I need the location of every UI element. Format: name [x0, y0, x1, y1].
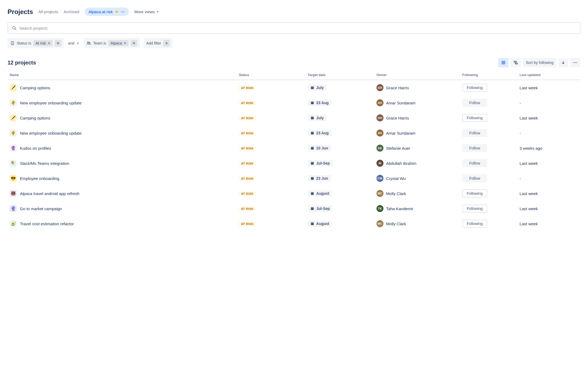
follow-button[interactable]: Follow	[462, 99, 487, 107]
col-target-date[interactable]: Target date	[306, 70, 374, 80]
follow-button[interactable]: Following	[462, 84, 487, 92]
svg-rect-36	[312, 101, 312, 102]
avatar: SA	[376, 145, 383, 152]
toolbar-more-button[interactable]	[570, 58, 580, 67]
project-name: Travel cost estimation refactor	[20, 221, 74, 226]
target-date[interactable]: Jul-Sep	[308, 160, 333, 166]
svg-rect-63	[311, 178, 314, 178]
table-row[interactable]: 🖋️Camping optionsAT RISKJulyGHGrace Harr…	[8, 110, 580, 125]
avatar: MC	[376, 220, 383, 227]
calendar-icon	[310, 192, 314, 195]
svg-rect-62	[313, 177, 313, 178]
follow-button[interactable]: Follow	[462, 159, 487, 167]
filter-team-value-chip[interactable]: Alpaca	[108, 40, 129, 46]
add-team-value-icon[interactable]	[131, 40, 137, 46]
calendar-icon	[310, 131, 314, 135]
avatar: GH	[376, 84, 383, 91]
follow-button[interactable]: Following	[462, 220, 487, 228]
star-icon[interactable]: ★	[115, 9, 119, 14]
filter-team[interactable]: Team is Alpaca	[84, 38, 140, 48]
target-date[interactable]: July	[308, 84, 327, 91]
search-box[interactable]	[8, 22, 580, 34]
svg-rect-23	[514, 61, 517, 62]
target-date[interactable]: 10 Jun	[308, 145, 331, 151]
follow-button[interactable]: Following	[462, 204, 487, 213]
svg-rect-68	[311, 193, 314, 193]
table-row[interactable]: 🪁Slack/Ms Teams integrationAT RISKJul-Se…	[8, 156, 580, 171]
avatar: AS	[376, 129, 383, 137]
remove-team-icon[interactable]	[124, 42, 126, 45]
follow-button[interactable]: Follow	[462, 144, 487, 152]
remove-status-icon[interactable]	[48, 42, 50, 45]
view-list-button[interactable]	[498, 58, 509, 67]
status-badge: AT RISK	[239, 191, 256, 196]
sort-button[interactable]: Sort by following	[523, 58, 556, 67]
follow-button[interactable]: Following	[462, 189, 487, 197]
svg-rect-58	[311, 163, 314, 163]
table-row[interactable]: 🔮Go to market campaignAT RISKJul-SepTKTa…	[8, 201, 580, 216]
project-icon: 🖋️	[10, 84, 17, 91]
follow-button[interactable]: Follow	[462, 129, 487, 137]
nav-more-views[interactable]: More views ▼	[134, 9, 159, 14]
svg-rect-46	[312, 131, 312, 132]
header-nav: Projects All projects Archived Alpaca at…	[8, 8, 580, 16]
nav-archived[interactable]: Archived	[64, 9, 79, 14]
last-updated: -	[520, 101, 521, 105]
col-owner[interactable]: Owner	[374, 70, 460, 80]
table-row[interactable]: 🖋️Camping optionsAT RISKJulyGHGrace Harr…	[8, 80, 580, 95]
table-row[interactable]: 🌵New employee onboarding updateAT RISK23…	[8, 125, 580, 141]
list-icon	[501, 60, 506, 65]
page-title: Projects	[8, 8, 33, 16]
filter-status[interactable]: Status is At risk	[8, 38, 64, 48]
col-last-updated[interactable]: Last updated	[517, 70, 580, 80]
add-filter-button[interactable]: Add filter	[144, 38, 172, 48]
last-updated: 3 weeks ago	[520, 146, 542, 151]
owner-name: Abdullah Ibrahim	[386, 161, 417, 166]
table-row[interactable]: 🥑Travel cost estimation refactorAT RISKA…	[8, 216, 580, 231]
svg-rect-37	[313, 101, 313, 102]
sort-direction-button[interactable]	[558, 58, 568, 67]
filter-status-value-chip[interactable]: At risk	[33, 40, 53, 46]
table-row[interactable]: 🐻Alpaca travel android app refreshAT RIS…	[8, 186, 580, 201]
table-row[interactable]: 🔮Kudos on profilesAT RISK10 JunSAStefani…	[8, 141, 580, 156]
filter-team-label: Team is	[93, 41, 106, 45]
projects-count: 12 projects	[8, 60, 36, 66]
target-date[interactable]: August	[308, 220, 332, 227]
svg-rect-51	[312, 146, 312, 147]
add-status-value-icon[interactable]	[55, 40, 61, 46]
owner-name: Stefanie Auer	[386, 146, 410, 151]
follow-button[interactable]: Following	[462, 114, 487, 122]
svg-rect-41	[312, 116, 312, 117]
target-date[interactable]: 23 Jun	[308, 175, 331, 182]
status-badge: AT RISK	[239, 146, 256, 151]
col-following[interactable]: Following	[460, 70, 518, 80]
table-row[interactable]: 🌵New employee onboarding updateAT RISK23…	[8, 95, 580, 110]
col-status[interactable]: Status	[237, 70, 305, 80]
nav-all-projects[interactable]: All projects	[39, 9, 58, 14]
target-date[interactable]: August	[308, 190, 332, 197]
filter-combiner[interactable]: and ▼	[68, 39, 80, 47]
svg-rect-48	[311, 132, 314, 133]
owner-name: Grace Harris	[386, 116, 409, 120]
project-icon: 🔮	[10, 145, 17, 152]
target-date[interactable]: Jul-Sep	[308, 205, 333, 212]
calendar-icon	[310, 176, 314, 180]
svg-rect-67	[313, 192, 313, 193]
nav-active-view[interactable]: Alpaca at risk ★	[85, 8, 129, 16]
target-date[interactable]: 23 Aug	[308, 130, 331, 136]
svg-rect-71	[312, 207, 312, 208]
search-input[interactable]	[19, 26, 576, 30]
view-timeline-button[interactable]	[511, 58, 521, 67]
target-date[interactable]: July	[308, 115, 327, 121]
status-icon	[10, 41, 15, 45]
project-name: New employee onboarding update	[20, 101, 82, 105]
col-name[interactable]: Name	[8, 70, 237, 80]
view-more-icon[interactable]	[121, 10, 125, 14]
avatar: CW	[376, 175, 383, 182]
follow-button[interactable]: Follow	[462, 174, 487, 182]
table-row[interactable]: 😎Employee onboardingAT RISK23 JunCWCryst…	[8, 171, 580, 186]
chevron-down-icon: ▼	[156, 10, 159, 13]
project-name: Kudos on profiles	[20, 146, 51, 151]
svg-rect-73	[311, 208, 314, 208]
target-date[interactable]: 23 Aug	[308, 100, 331, 106]
